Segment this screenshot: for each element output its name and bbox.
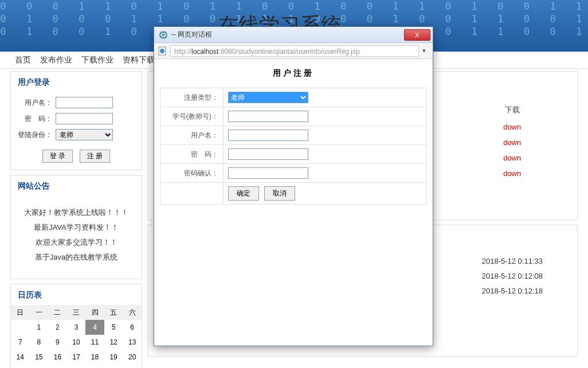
page-icon bbox=[158, 46, 167, 56]
cal-day-h: 三 bbox=[67, 305, 86, 320]
cal-cell[interactable]: 15 bbox=[30, 350, 49, 365]
dialog-heading: 用户注册 bbox=[154, 68, 433, 79]
cal-day-h: 五 bbox=[104, 305, 123, 320]
cal-day-h: 六 bbox=[123, 305, 142, 320]
register-dialog: -- 网页对话框 X http://localhost:8080/studyon… bbox=[154, 26, 433, 346]
dialog-close-button[interactable]: X bbox=[404, 29, 430, 41]
login-panel: 用户登录 用户名： 密 码： 登陆身份： 老师 登 录 bbox=[10, 71, 142, 170]
reg-type-label: 注册类型： bbox=[160, 88, 223, 107]
cal-cell[interactable]: 21 bbox=[11, 365, 30, 368]
cal-cell[interactable]: 25 bbox=[85, 365, 104, 368]
cal-cell[interactable]: 14 bbox=[11, 350, 30, 365]
svg-point-3 bbox=[160, 49, 164, 53]
reg-type-select[interactable]: 老师 bbox=[228, 92, 308, 103]
reg-user-label: 用户名： bbox=[160, 126, 223, 145]
register-button[interactable]: 注 册 bbox=[80, 150, 110, 163]
cal-day-h: 二 bbox=[48, 305, 67, 320]
nav-resources[interactable]: 资料下载 bbox=[119, 55, 158, 65]
announce-line: 欢迎大家多交流学习！！ bbox=[18, 235, 135, 250]
reg-cancel-button[interactable]: 取消 bbox=[264, 186, 295, 201]
ie-icon bbox=[159, 30, 168, 40]
cal-cell[interactable]: 24 bbox=[67, 365, 86, 368]
reg-pass-input[interactable] bbox=[228, 148, 308, 160]
announce-title: 网站公告 bbox=[11, 175, 142, 196]
cal-cell[interactable]: 9 bbox=[48, 335, 67, 350]
dialog-url-bar: http://localhost:8080/studyonline/qianta… bbox=[154, 43, 433, 59]
cal-cell[interactable]: 13 bbox=[123, 335, 142, 350]
login-user-input[interactable] bbox=[56, 97, 113, 108]
calendar-title: 日历表 bbox=[11, 284, 142, 305]
chevron-down-icon[interactable]: ▼ bbox=[419, 48, 429, 54]
announce-panel: 网站公告 大家好！教学系统上线啦！！！ 最新JAVA学习资料发！！ 欢迎大家多交… bbox=[10, 175, 142, 279]
reg-pass2-label: 密码确认： bbox=[160, 164, 223, 183]
reg-user-input[interactable] bbox=[228, 130, 308, 141]
cal-cell[interactable]: 19 bbox=[104, 350, 123, 365]
cal-cell[interactable]: 10 bbox=[67, 335, 86, 350]
login-pass-input[interactable] bbox=[56, 113, 113, 124]
download-link[interactable]: down bbox=[448, 120, 576, 134]
uploads-th-dl: 下载 bbox=[448, 101, 576, 119]
download-link[interactable]: down bbox=[448, 151, 576, 165]
nav-publish[interactable]: 发布作业 bbox=[37, 55, 76, 65]
cal-cell[interactable] bbox=[11, 320, 30, 335]
cal-cell[interactable]: 27 bbox=[123, 365, 142, 368]
cal-cell[interactable]: 17 bbox=[67, 350, 86, 365]
cal-cell[interactable]: 18 bbox=[85, 350, 104, 365]
download-link[interactable]: down bbox=[448, 135, 576, 150]
cal-cell[interactable]: 22 bbox=[30, 365, 49, 368]
cal-cell[interactable]: 1 bbox=[30, 320, 49, 335]
login-pass-label: 密 码： bbox=[18, 114, 52, 124]
nav-home[interactable]: 首页 bbox=[11, 55, 34, 65]
cal-cell[interactable]: 3 bbox=[67, 320, 86, 335]
cal-cell[interactable]: 2 bbox=[48, 320, 67, 335]
reg-pass2-input[interactable] bbox=[228, 167, 308, 179]
cal-day-h: 四 bbox=[85, 305, 104, 320]
cal-cell-today[interactable]: 4 bbox=[85, 320, 104, 335]
dialog-title: -- 网页对话框 bbox=[171, 30, 404, 40]
cal-cell[interactable]: 20 bbox=[123, 350, 142, 365]
login-user-label: 用户名： bbox=[18, 98, 52, 108]
register-form: 注册类型： 老师 学号(教师号)： 用户名： 密 码： 密码确认： bbox=[160, 88, 428, 205]
calendar-table: 日 一 二 三 四 五 六 1 2 3 4 5 6 bbox=[11, 305, 142, 368]
announce-line: 大家好！教学系统上线啦！！！ bbox=[18, 205, 135, 220]
close-icon: X bbox=[415, 32, 419, 38]
announce-line: 最新JAVA学习资料发！！ bbox=[18, 220, 135, 235]
nav-download[interactable]: 下载作业 bbox=[78, 55, 117, 65]
login-title: 用户登录 bbox=[11, 72, 142, 92]
calendar-panel: 日历表 日 一 二 三 四 五 六 1 2 3 4 5 bbox=[10, 284, 142, 368]
cal-day-h: 日 bbox=[11, 305, 30, 320]
download-link[interactable]: down bbox=[448, 166, 576, 181]
cal-cell[interactable]: 16 bbox=[48, 350, 67, 365]
cal-cell[interactable]: 6 bbox=[123, 320, 142, 335]
cal-cell[interactable]: 26 bbox=[104, 365, 123, 368]
cal-day-h: 一 bbox=[30, 305, 49, 320]
reg-stuno-input[interactable] bbox=[228, 111, 308, 122]
dialog-url[interactable]: http://localhost:8080/studyonline/qianta… bbox=[170, 45, 419, 57]
reg-pass-label: 密 码： bbox=[160, 145, 223, 164]
announce-line: 基于Java的在线教学系统 bbox=[18, 250, 135, 265]
login-role-label: 登陆身份： bbox=[18, 130, 52, 140]
dialog-titlebar[interactable]: -- 网页对话框 X bbox=[154, 27, 433, 43]
reg-ok-button[interactable]: 确定 bbox=[228, 186, 259, 201]
cal-cell[interactable]: 8 bbox=[30, 335, 49, 350]
login-button[interactable]: 登 录 bbox=[42, 150, 73, 163]
cal-cell[interactable]: 5 bbox=[104, 320, 123, 335]
cal-cell[interactable]: 12 bbox=[104, 335, 123, 350]
cal-cell[interactable]: 7 bbox=[11, 335, 30, 350]
login-role-select[interactable]: 老师 bbox=[56, 129, 113, 140]
cal-cell[interactable]: 11 bbox=[85, 335, 104, 350]
cal-cell[interactable]: 23 bbox=[48, 365, 67, 368]
reg-stuno-label: 学号(教师号)： bbox=[160, 107, 223, 126]
